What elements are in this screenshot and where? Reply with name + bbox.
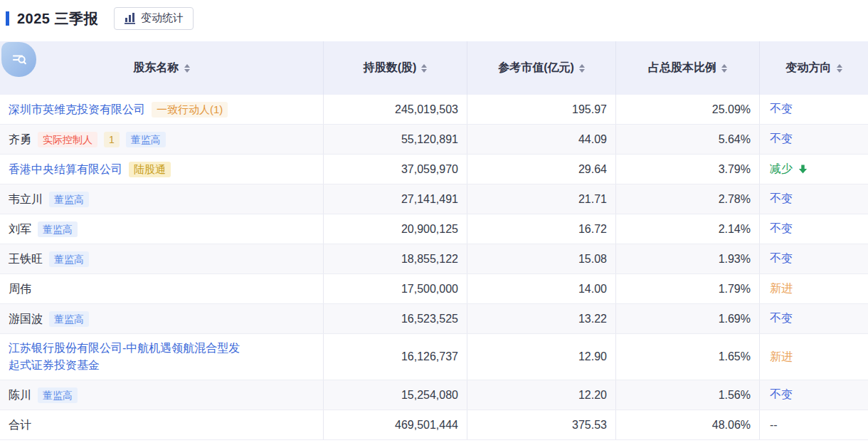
shares-cell: 20,900,125	[324, 214, 467, 244]
change-stats-label: 变动统计	[141, 11, 184, 25]
shareholder-name-link[interactable]: 深圳市英维克投资有限公司	[9, 101, 145, 118]
total-row: 合计469,501,444375.5348.06%--	[0, 410, 868, 440]
table-row: 齐勇实际控制人1董监高55,120,89144.095.64%不变	[0, 125, 868, 155]
change-cell: 不变	[760, 304, 868, 333]
shareholder-name-cell: 周伟	[0, 274, 324, 303]
change-label: 减少	[770, 162, 793, 177]
change-label: 不变	[770, 132, 793, 147]
change-label: 不变	[770, 387, 793, 402]
table-row: 王铁旺董监高18,855,12215.081.93%不变	[0, 244, 868, 274]
market-value-cell: 195.97	[467, 95, 616, 124]
shareholder-name-cell: 香港中央结算有限公司陆股通	[0, 155, 324, 184]
shareholder-name: 周伟	[9, 281, 31, 298]
change-label: 新进	[770, 281, 793, 296]
ratio-cell: 5.64%	[616, 125, 760, 154]
change-label: 不变	[770, 251, 793, 266]
table-row: 游国波董监高16,523,52513.221.69%不变	[0, 304, 868, 334]
tag-hk: 陆股通	[129, 162, 171, 177]
ratio-cell: 48.06%	[616, 410, 760, 439]
change-cell: 不变	[760, 380, 868, 410]
ratio-cell: 2.14%	[616, 214, 760, 244]
tag-exec: 董监高	[38, 222, 78, 237]
column-header-shares[interactable]: 持股数(股)	[324, 41, 467, 95]
shares-cell: 18,855,122	[324, 244, 467, 273]
tag-exec: 董监高	[49, 251, 89, 267]
market-value-cell: 29.64	[467, 155, 616, 184]
title-accent-bar	[6, 11, 9, 26]
change-cell: --	[760, 410, 868, 439]
market-value-cell: 375.53	[467, 410, 616, 439]
column-label: 股东名称	[134, 61, 179, 75]
shareholder-name-cell: 深圳市英维克投资有限公司一致行动人(1)	[0, 95, 324, 124]
page-title: 2025 三季报	[17, 9, 98, 28]
shares-cell: 16,523,525	[324, 304, 467, 333]
shares-cell: 27,141,491	[324, 184, 467, 214]
tag-concert: 一致行动人(1)	[152, 102, 228, 118]
ratio-cell: 25.09%	[616, 95, 760, 124]
sort-carets-icon	[421, 64, 427, 73]
column-header-shareholder-name[interactable]: 股东名称	[0, 41, 324, 95]
market-value-cell: 15.08	[467, 244, 616, 273]
shareholder-name-cell: 江苏银行股份有限公司-中航机遇领航混合型发起式证券投资基金	[0, 334, 324, 380]
table-row: 香港中央结算有限公司陆股通37,059,97029.643.79%减少	[0, 155, 868, 184]
change-label: 新进	[770, 350, 793, 365]
shares-cell: 17,500,000	[324, 274, 467, 303]
shareholder-name: 游国波	[9, 311, 43, 328]
change-cell: 新进	[760, 334, 868, 380]
change-label: 不变	[770, 222, 793, 236]
change-cell: 不变	[760, 244, 868, 273]
change-stats-button[interactable]: 变动统计	[114, 7, 194, 30]
table-row: 江苏银行股份有限公司-中航机遇领航混合型发起式证券投资基金16,126,7371…	[0, 334, 868, 380]
market-value-cell: 12.20	[467, 380, 616, 410]
market-value-cell: 14.00	[467, 274, 616, 303]
shareholder-name-link[interactable]: 江苏银行股份有限公司-中航机遇领航混合型发起式证券投资基金	[9, 340, 243, 374]
shareholder-name-cell: 游国波董监高	[0, 304, 324, 333]
change-label: 不变	[770, 311, 793, 326]
column-label: 参考市值(亿元)	[498, 61, 574, 75]
list-search-icon	[10, 49, 28, 71]
shares-cell: 55,120,891	[324, 125, 467, 154]
sort-carets-icon	[837, 64, 842, 73]
shareholder-name-cell: 齐勇实际控制人1董监高	[0, 125, 324, 154]
change-label: --	[770, 419, 778, 432]
column-header-ratio[interactable]: 占总股本比例	[616, 41, 760, 95]
change-cell: 新进	[760, 274, 868, 303]
change-cell: 不变	[760, 95, 868, 124]
change-cell: 不变	[760, 214, 868, 244]
ratio-cell: 1.93%	[616, 244, 760, 273]
shareholder-name-link[interactable]: 香港中央结算有限公司	[9, 161, 122, 178]
shareholders-table: 股东名称持股数(股)参考市值(亿元)占总股本比例变动方向 深圳市英维克投资有限公…	[0, 41, 868, 440]
table-row: 刘军董监高20,900,12516.722.14%不变	[0, 214, 868, 244]
change-label: 不变	[770, 192, 793, 207]
change-cell: 不变	[760, 125, 868, 154]
table-row: 韦立川董监高27,141,49121.712.78%不变	[0, 184, 868, 214]
decrease-arrow-icon	[798, 164, 808, 174]
sort-carets-icon	[721, 64, 727, 73]
ratio-cell: 2.78%	[616, 184, 760, 214]
change-cell: 不变	[760, 184, 868, 214]
shareholder-name-cell: 韦立川董监高	[0, 184, 324, 214]
column-header-market-value[interactable]: 参考市值(亿元)	[467, 41, 616, 95]
column-header-change-direction[interactable]: 变动方向	[760, 41, 868, 95]
market-value-cell: 44.09	[467, 125, 616, 154]
tag-exec: 董监高	[49, 311, 89, 327]
shareholder-name-cell: 刘军董监高	[0, 214, 324, 244]
shareholder-name-cell: 王铁旺董监高	[0, 244, 324, 273]
table-row: 陈川董监高15,254,08012.201.56%不变	[0, 380, 868, 410]
search-filter-badge[interactable]	[1, 42, 36, 77]
tag-exec: 董监高	[126, 132, 166, 147]
shareholder-name-cell: 合计	[0, 410, 324, 439]
ratio-cell: 1.65%	[616, 334, 760, 380]
report-title-bar: 2025 三季报 变动统计	[0, 0, 868, 41]
shareholder-name: 韦立川	[9, 191, 43, 208]
market-value-cell: 16.72	[467, 214, 616, 244]
sort-carets-icon	[579, 64, 585, 73]
tag-num: 1	[104, 132, 120, 147]
market-value-cell: 21.71	[467, 184, 616, 214]
shares-cell: 469,501,444	[324, 410, 467, 439]
change-cell: 减少	[760, 155, 868, 184]
tag-exec: 董监高	[38, 387, 78, 403]
shareholder-name-cell: 陈川董监高	[0, 380, 324, 410]
shareholder-name: 王铁旺	[9, 251, 43, 268]
shares-cell: 15,254,080	[324, 380, 467, 410]
